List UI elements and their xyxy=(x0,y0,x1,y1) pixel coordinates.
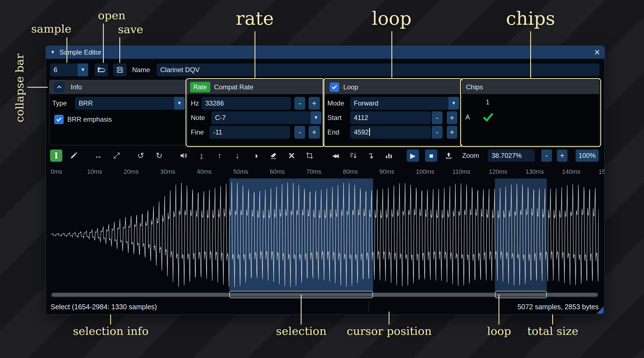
waveform-canvas[interactable] xyxy=(51,178,599,291)
loop-start-minus-button[interactable]: - xyxy=(432,111,443,124)
timeline-label: 50ms xyxy=(233,168,248,175)
annotation-collapse-bar: collapse bar xyxy=(13,53,26,122)
bar-chart-icon xyxy=(385,152,393,160)
undo-icon: ↺ xyxy=(137,151,144,160)
undo-button[interactable]: ↺ xyxy=(135,149,147,162)
sample-selector[interactable]: 6 ▼ xyxy=(50,63,88,76)
save-button[interactable] xyxy=(113,63,127,76)
resample-button[interactable]: ↨ xyxy=(195,149,208,162)
chart-button[interactable] xyxy=(383,149,395,162)
fine-minus-button[interactable]: - xyxy=(294,126,305,139)
fine-input[interactable]: -11 xyxy=(209,126,290,139)
invert-button[interactable]: ◑ xyxy=(250,149,262,162)
delete-button[interactable]: × xyxy=(285,149,298,162)
zoom-minus-button[interactable]: - xyxy=(541,149,552,162)
timeline-label: 10ms xyxy=(87,168,102,175)
rewind-icon: ◀◀ xyxy=(332,153,339,159)
info-header[interactable]: Info xyxy=(50,80,187,94)
upload-button[interactable] xyxy=(443,149,455,162)
timeline-label: 30ms xyxy=(160,168,175,175)
annotation-total-size: total size xyxy=(527,325,578,337)
name-input[interactable]: Clarinet DQV xyxy=(157,63,599,76)
fine-plus-button[interactable]: + xyxy=(309,126,320,139)
resize-free-icon: ⤢ xyxy=(113,151,120,160)
chips-section: Chips 1 A xyxy=(462,80,599,145)
chip-enabled-check-icon[interactable] xyxy=(482,111,494,123)
hz-plus-button[interactable]: + xyxy=(309,97,320,110)
hz-input[interactable]: 33286 xyxy=(202,97,291,110)
zoom-plus-button[interactable]: + xyxy=(557,149,567,162)
annotation-loop-region: loop xyxy=(487,325,511,337)
annotation-open: open xyxy=(98,9,125,22)
stop-button[interactable]: ■ xyxy=(425,149,437,162)
window-resize-grip[interactable] xyxy=(596,306,604,314)
note-dropdown[interactable]: C-7 ▼ xyxy=(211,111,321,124)
zoom-reset-button[interactable]: 100% xyxy=(576,149,599,162)
open-folder-icon xyxy=(97,66,105,74)
type-dropdown[interactable]: BRR ▼ xyxy=(75,97,185,110)
delete-x-icon: × xyxy=(288,150,295,161)
annotation-selection: selection xyxy=(276,325,327,337)
brr-emphasis-label: BRR emphasis xyxy=(67,113,112,126)
loop-start-input[interactable]: 4112 xyxy=(350,111,431,124)
window-titlebar[interactable]: ▼ Sample Editor × xyxy=(46,46,604,59)
invert-icon: ◑ xyxy=(253,151,258,160)
hz-label: Hz xyxy=(191,97,199,110)
annotation-line-chips xyxy=(530,31,531,78)
loop-range-marker xyxy=(495,291,547,298)
loop-start-plus-button[interactable]: + xyxy=(447,111,457,124)
rate-header[interactable]: Rate Compat Rate xyxy=(187,80,323,94)
loop-end-plus-button[interactable]: + xyxy=(447,126,457,139)
note-value: C-7 xyxy=(211,114,311,122)
amplify-up-button[interactable]: ↑ xyxy=(213,149,226,162)
open-button[interactable] xyxy=(95,63,108,76)
dropdown-arrow-icon[interactable]: ▼ xyxy=(78,63,88,76)
preview-button[interactable] xyxy=(177,149,190,162)
redo-button[interactable]: ↻ xyxy=(153,149,165,162)
loop-header[interactable]: Loop xyxy=(325,80,461,94)
fade-button[interactable]: ↴ xyxy=(364,149,377,162)
brr-emphasis-checkbox[interactable] xyxy=(54,115,64,124)
window-collapse-icon[interactable]: ▼ xyxy=(50,50,55,55)
close-icon[interactable]: × xyxy=(594,47,600,58)
dropdown-arrow-icon[interactable]: ▼ xyxy=(311,111,321,124)
timeline-label: 20ms xyxy=(124,168,139,175)
mode-value: Forward xyxy=(350,99,448,107)
annotation-line-loop xyxy=(391,31,392,78)
dropdown-arrow-icon[interactable]: ▼ xyxy=(448,97,459,110)
sample-editor-window: ▼ Sample Editor × 6 ▼ Name Clarinet DQV xyxy=(46,46,605,315)
stop-icon: ■ xyxy=(429,152,433,160)
rate-section: Rate Compat Rate Hz 33286 - + Note C-7 ▼… xyxy=(187,80,323,145)
play-button[interactable]: ▶ xyxy=(407,149,419,162)
text-cursor xyxy=(369,128,370,136)
resize-button[interactable]: ↔ xyxy=(92,149,104,162)
sort-down-icon xyxy=(349,152,357,160)
rate-badge[interactable]: Rate xyxy=(190,82,210,92)
resize-free-button[interactable]: ⤢ xyxy=(110,149,123,162)
draw-tool-button[interactable] xyxy=(68,149,80,162)
dropdown-arrow-icon[interactable]: ▼ xyxy=(174,97,185,110)
pencil-icon xyxy=(70,152,78,160)
rewind-button[interactable]: ◀◀ xyxy=(329,149,342,162)
annotation-cursor-position: cursor position xyxy=(347,325,431,337)
annotation-line-selection xyxy=(301,295,302,325)
zoom-input[interactable]: 38.7027% xyxy=(488,149,535,162)
select-tool-button[interactable]: I xyxy=(50,149,62,162)
trim-button[interactable] xyxy=(304,149,316,162)
erase-button[interactable] xyxy=(267,149,280,162)
mode-label: Mode xyxy=(327,97,344,110)
hz-minus-button[interactable]: - xyxy=(294,97,305,110)
loop-end-input[interactable]: 4592 xyxy=(350,126,431,139)
timeline-label: 130ms xyxy=(525,168,544,175)
chips-header[interactable]: Chips xyxy=(462,80,599,94)
loop-end-minus-button[interactable]: - xyxy=(432,126,443,139)
annotation-line-total-size xyxy=(552,314,553,325)
amplify-down-button[interactable]: ↓ xyxy=(231,149,243,162)
save-icon xyxy=(116,66,124,74)
normalize-button[interactable] xyxy=(347,149,359,162)
check-icon xyxy=(56,116,62,122)
collapse-section-button[interactable] xyxy=(54,82,65,92)
waveform-area[interactable] xyxy=(51,178,599,291)
loop-checkbox[interactable] xyxy=(330,82,339,92)
mode-dropdown[interactable]: Forward ▼ xyxy=(350,97,459,110)
